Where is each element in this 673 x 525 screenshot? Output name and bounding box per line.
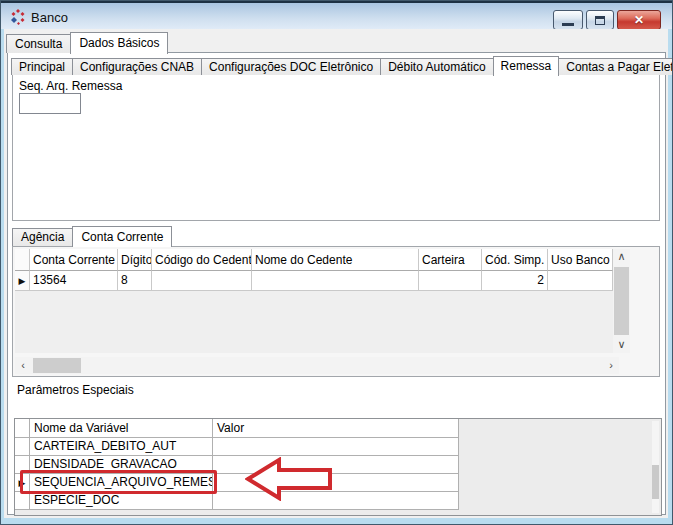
cell-carteira[interactable] — [419, 271, 482, 291]
grid-vertical-scrollbar[interactable]: ∧ ∨ — [613, 249, 630, 353]
row-selector-cell[interactable]: ▶ — [15, 271, 30, 291]
tab-agencia[interactable]: Agência — [12, 228, 73, 246]
grid-horizontal-scrollbar[interactable]: ‹ › — [15, 357, 619, 374]
tab-conta-corrente[interactable]: Conta Corrente — [72, 226, 172, 247]
tab-remessa[interactable]: Remessa — [493, 56, 560, 76]
minimize-icon — [562, 23, 574, 26]
tab-debito-automatico[interactable]: Débito Automático — [380, 58, 493, 75]
cell-conta-corrente[interactable]: 13564 — [30, 271, 118, 291]
col-header-cod-simp[interactable]: Cód. Simp. — [482, 249, 548, 271]
dados-basicos-page: Principal Configurações CNAB Configuraçõ… — [7, 52, 666, 515]
horizontal-scroll-thumb[interactable] — [33, 358, 81, 373]
close-icon: ✕ — [634, 14, 644, 26]
config-tab-strip: Principal Configurações CNAB Configuraçõ… — [11, 55, 673, 75]
highlight-box — [20, 470, 217, 494]
window-controls: ✕ — [553, 10, 661, 30]
grid-header-row: Conta Corrente Dígito Código do Cedente … — [15, 249, 613, 271]
titlebar[interactable]: Banco ✕ — [1, 1, 672, 29]
cell-uso-banco[interactable] — [548, 271, 613, 291]
grid-empty-area — [15, 291, 613, 353]
seq-arq-remessa-label: Seq. Arq. Remessa — [19, 79, 122, 93]
tab-configuracoes-cnab[interactable]: Configurações CNAB — [72, 58, 202, 75]
main-tab-strip: Consulta Dados Básicos — [6, 31, 167, 53]
cell-nome-variavel[interactable]: ESPECIE_DOC — [30, 492, 213, 510]
col-header-uso-banco[interactable]: Uso Banco — [548, 249, 613, 271]
cell-digito[interactable]: 8 — [118, 271, 152, 291]
restore-button[interactable] — [586, 10, 614, 30]
col-header-nome-da-variavel[interactable]: Nome da Variável — [30, 419, 213, 438]
conta-corrente-panel: Conta Corrente Dígito Código do Cedente … — [12, 246, 660, 377]
banco-window: Banco ✕ Consulta Dados Básicos Principal… — [0, 0, 673, 525]
vertical-scroll-thumb[interactable] — [614, 267, 629, 335]
scroll-left-icon[interactable]: ‹ — [15, 357, 31, 374]
cell-valor[interactable] — [213, 438, 459, 456]
conta-tab-strip: Agência Conta Corrente — [12, 225, 171, 246]
tab-configuracoes-doc-eletronico[interactable]: Configurações DOC Eletrônico — [201, 58, 381, 75]
tab-dados-basicos[interactable]: Dados Básicos — [70, 32, 168, 54]
cell-cod-simp[interactable]: 2 — [482, 271, 548, 291]
parametros-especiais-label: Parâmetros Especiais — [17, 383, 134, 397]
params-corner-cell — [15, 419, 30, 438]
client-area: Consulta Dados Básicos Principal Configu… — [4, 29, 668, 518]
remessa-panel: Seq. Arq. Remessa — [12, 74, 660, 221]
cell-codigo-do-cedente[interactable] — [152, 271, 252, 291]
col-header-valor[interactable]: Valor — [213, 419, 459, 438]
table-row: ESPECIE_DOC — [15, 492, 661, 510]
grid-corner-cell — [15, 249, 30, 271]
minimize-button[interactable] — [553, 10, 583, 30]
annotation-arrow-icon — [245, 457, 333, 501]
seq-arq-remessa-input[interactable] — [19, 93, 81, 114]
col-header-conta-corrente[interactable]: Conta Corrente — [30, 249, 118, 271]
col-header-carteira[interactable]: Carteira — [419, 249, 482, 271]
params-header-row: Nome da Variável Valor — [15, 419, 661, 438]
col-header-codigo-do-cedente[interactable]: Código do Cedente — [152, 249, 252, 271]
tab-contas-a-pagar-eletronico[interactable]: Contas a Pagar Eletrônico — [558, 58, 673, 75]
table-row: ▶ 13564 8 2 — [15, 271, 613, 291]
scroll-down-icon[interactable]: ∨ — [613, 337, 630, 353]
restore-icon — [595, 16, 605, 25]
row-selector-icon: ▶ — [19, 276, 26, 286]
tab-principal[interactable]: Principal — [11, 58, 73, 75]
col-header-digito[interactable]: Dígito — [118, 249, 152, 271]
table-row: CARTEIRA_DEBITO_AUT — [15, 438, 661, 456]
col-header-nome-do-cedente[interactable]: Nome do Cedente — [252, 249, 419, 271]
row-selector-cell[interactable] — [15, 492, 30, 510]
app-icon — [10, 9, 26, 25]
cell-nome-do-cedente[interactable] — [252, 271, 419, 291]
close-button[interactable]: ✕ — [617, 10, 661, 30]
scroll-up-icon[interactable]: ∧ — [613, 249, 630, 265]
row-selector-cell[interactable] — [15, 438, 30, 456]
cell-nome-variavel[interactable]: CARTEIRA_DEBITO_AUT — [30, 438, 213, 456]
conta-corrente-grid: Conta Corrente Dígito Código do Cedente … — [15, 249, 613, 291]
params-vertical-scrollbar[interactable] — [652, 421, 659, 513]
scroll-right-icon[interactable]: › — [603, 357, 619, 374]
window-title: Banco — [31, 10, 68, 25]
params-scroll-thumb[interactable] — [652, 465, 659, 499]
parametros-grid: Nome da Variável Valor CARTEIRA_DEBITO_A… — [14, 418, 662, 516]
tab-consulta[interactable]: Consulta — [6, 34, 71, 53]
